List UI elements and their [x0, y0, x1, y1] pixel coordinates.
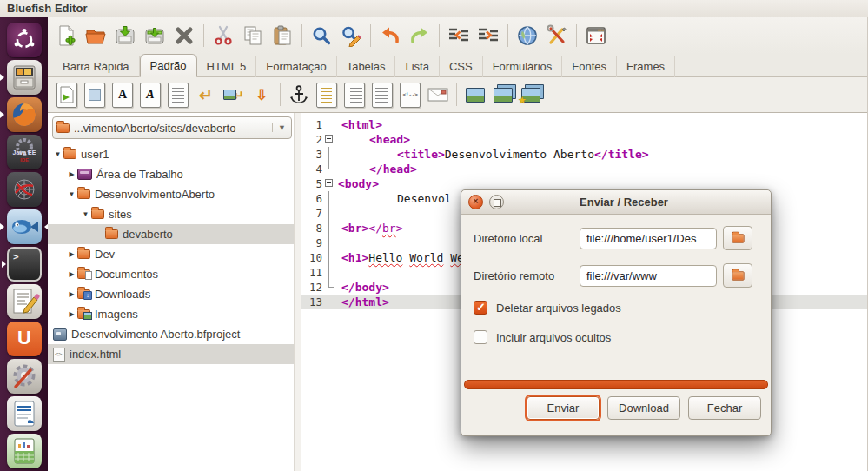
- libreoffice-writer-icon[interactable]: [7, 396, 42, 431]
- thumbnail-icon[interactable]: [489, 80, 517, 109]
- tree-item-documentos[interactable]: ▶Documentos: [48, 264, 301, 284]
- system-settings-icon[interactable]: [7, 359, 42, 394]
- save-as-icon[interactable]: [140, 21, 169, 50]
- window-titlebar[interactable]: Bluefish Editor: [0, 0, 868, 17]
- remote-directory-input[interactable]: [580, 265, 717, 287]
- browse-remote-button[interactable]: [723, 263, 752, 288]
- close-icon[interactable]: [169, 21, 199, 50]
- tree-item-area-de-trabalho[interactable]: ▶Área de Trabalho: [48, 164, 301, 184]
- separator: [203, 24, 204, 47]
- paste-icon[interactable]: [268, 21, 297, 50]
- checkbox-unchecked-icon[interactable]: [474, 330, 487, 344]
- tree-item-sites[interactable]: ▼sites: [48, 204, 301, 224]
- tree-item-user1[interactable]: ▼user1: [48, 144, 301, 164]
- save-icon[interactable]: [110, 21, 140, 50]
- tree-item-desenvolvimentoaberto[interactable]: ▼DesenvolvimentoAberto: [48, 184, 301, 204]
- terminal-icon[interactable]: >_: [7, 247, 42, 282]
- tab-tabelas[interactable]: Tabelas: [337, 56, 396, 77]
- insert-image-icon[interactable]: [461, 80, 489, 109]
- expander-closed-icon[interactable]: ▶: [66, 270, 77, 278]
- java-ee-ide-icon[interactable]: Java EE IDE: [7, 135, 42, 169]
- bold-icon[interactable]: [109, 80, 136, 109]
- tab-html5[interactable]: HTML 5: [197, 56, 257, 77]
- line-number: 2: [301, 132, 322, 147]
- copy-icon[interactable]: [238, 21, 268, 50]
- paragraph-icon[interactable]: [164, 80, 192, 109]
- fechar-button[interactable]: Fechar: [688, 396, 761, 420]
- delete-legacy-checkbox-row[interactable]: Deletar arquivos legados: [474, 301, 759, 315]
- tab-frames[interactable]: Frames: [617, 56, 675, 77]
- tab-formatacao[interactable]: Formatação: [256, 56, 336, 77]
- download-button[interactable]: Download: [607, 396, 680, 420]
- firefox-icon[interactable]: [7, 97, 42, 132]
- unindent-icon[interactable]: [444, 21, 474, 50]
- italic-icon[interactable]: [136, 80, 164, 109]
- view-in-browser-icon[interactable]: [513, 21, 542, 50]
- expander-closed-icon[interactable]: ▶: [66, 170, 77, 178]
- close-icon[interactable]: [468, 195, 483, 209]
- text-editor-icon[interactable]: [7, 284, 42, 319]
- align-right-icon[interactable]: [341, 80, 368, 109]
- preferences-icon[interactable]: [542, 21, 572, 50]
- tree-item-imagens[interactable]: ▶Imagens: [48, 304, 301, 324]
- align-left-icon[interactable]: [368, 80, 396, 109]
- new-document-icon[interactable]: [51, 21, 81, 50]
- file-manager-icon[interactable]: [7, 60, 42, 95]
- tab-padrao[interactable]: Padrão: [140, 54, 197, 77]
- bluefish-window: Bluefish Editor Java EE IDE >_: [0, 0, 868, 471]
- ubuntu-one-icon[interactable]: U: [7, 322, 42, 356]
- body-icon[interactable]: [81, 80, 109, 109]
- redo-icon[interactable]: [405, 21, 434, 50]
- comment-icon[interactable]: [396, 80, 424, 109]
- separator: [507, 24, 508, 47]
- undo-icon[interactable]: [375, 21, 405, 50]
- tab-barra-rapida[interactable]: Barra Rápida: [53, 56, 140, 77]
- fold-margin: [322, 265, 336, 280]
- checkbox-checked-icon[interactable]: [474, 301, 487, 315]
- non-breaking-space-icon[interactable]: ⇩: [248, 80, 275, 109]
- cut-icon[interactable]: [209, 21, 238, 50]
- anchor-icon[interactable]: [285, 80, 313, 109]
- maximize-icon[interactable]: [489, 195, 504, 209]
- center-icon[interactable]: [313, 80, 341, 109]
- file-item-index-html[interactable]: index.html: [48, 344, 301, 364]
- tree-item-devaberto[interactable]: devaberto: [48, 224, 301, 244]
- line-number: 4: [301, 162, 322, 176]
- file-item-bfproject[interactable]: Desenvolvimento Aberto.bfproject: [48, 324, 301, 344]
- tab-formularios[interactable]: Formulários: [483, 56, 563, 77]
- bluefish-icon[interactable]: [7, 209, 42, 244]
- tab-lista[interactable]: Lista: [395, 56, 439, 77]
- libreoffice-calc-icon[interactable]: [7, 434, 42, 468]
- tree-item-dev[interactable]: ▶Dev: [48, 244, 301, 264]
- expander-closed-icon[interactable]: ▶: [66, 250, 77, 258]
- directory-selector[interactable]: ...vimentoAberto/sites/devaberto ▼: [52, 116, 292, 139]
- fold-collapse-icon[interactable]: [322, 132, 336, 147]
- expander-open-icon[interactable]: ▼: [52, 150, 63, 158]
- web-tool-icon[interactable]: [7, 172, 42, 207]
- fold-collapse-icon[interactable]: [322, 176, 336, 191]
- ubuntu-dash-icon[interactable]: [7, 23, 42, 57]
- include-hidden-checkbox-row[interactable]: Incluir arquivos ocultos: [474, 330, 759, 344]
- expander-closed-icon[interactable]: ▶: [66, 310, 77, 318]
- expander-open-icon[interactable]: ▼: [80, 210, 91, 218]
- running-indicator: [2, 261, 6, 268]
- open-file-icon[interactable]: [81, 21, 110, 50]
- fullscreen-icon[interactable]: [581, 21, 611, 50]
- break-icon[interactable]: ↵: [192, 80, 220, 109]
- find-and-replace-icon[interactable]: [336, 21, 366, 50]
- enviar-button[interactable]: Enviar: [527, 396, 600, 420]
- indent-icon[interactable]: [474, 21, 503, 50]
- browse-local-button[interactable]: [723, 226, 752, 250]
- break-and-clear-icon[interactable]: ↵: [220, 80, 248, 109]
- tree-item-downloads[interactable]: ▶Downloads: [48, 284, 301, 304]
- tab-css[interactable]: CSS: [440, 56, 483, 77]
- find-icon[interactable]: [307, 21, 336, 50]
- local-directory-input[interactable]: [580, 228, 717, 249]
- dialog-titlebar[interactable]: Enviar / Receber: [461, 190, 771, 215]
- email-icon[interactable]: [424, 80, 452, 109]
- expander-open-icon[interactable]: ▼: [66, 190, 77, 198]
- quickstart-icon[interactable]: [53, 80, 81, 109]
- expander-closed-icon[interactable]: ▶: [66, 290, 77, 298]
- multi-thumbnail-icon[interactable]: ★: [517, 80, 545, 109]
- tab-fontes[interactable]: Fontes: [562, 56, 617, 77]
